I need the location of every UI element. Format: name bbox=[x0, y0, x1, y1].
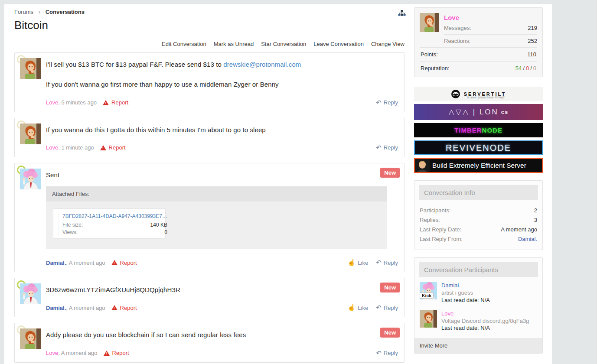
author-link[interactable]: Love bbox=[46, 350, 58, 356]
attached-files-block: Attached Files: 7BFD28 bbox=[46, 186, 387, 249]
like-link[interactable]: ☝Like bbox=[348, 304, 369, 312]
reply-link[interactable]: ↶Reply bbox=[376, 304, 398, 312]
message-card: New Sent Attached Files: bbox=[14, 163, 405, 272]
reply-link[interactable]: ↶Reply bbox=[376, 259, 398, 266]
last-reply-from-link[interactable]: Damial. bbox=[518, 236, 537, 242]
servertilt-logo-icon bbox=[451, 89, 460, 99]
report-link[interactable]: Report bbox=[104, 350, 129, 356]
message-card: I'll sell you $13 BTC for $13 paypal F&F… bbox=[14, 52, 405, 112]
avatar-damial[interactable] bbox=[20, 283, 41, 304]
timbernode-text-2: NODE bbox=[482, 127, 502, 134]
main-column: Forums › Conversations Bitcoin Edit Conv… bbox=[14, 8, 405, 364]
views-label: Views: bbox=[62, 229, 78, 235]
attachment-file-card[interactable]: 7BFD2827-1A11-4DAD-A947-A4303993E7… File… bbox=[53, 208, 166, 239]
avalon-suffix: cs bbox=[501, 109, 508, 115]
author-link[interactable]: Love bbox=[46, 144, 58, 151]
report-link[interactable]: Report bbox=[111, 305, 137, 311]
last-reply-from-label: Last Reply From: bbox=[420, 236, 463, 242]
edit-conversation-link[interactable]: Edit Conversation bbox=[162, 41, 206, 47]
breadcrumb-forums[interactable]: Forums bbox=[14, 9, 33, 15]
author-link[interactable]: Love bbox=[46, 99, 58, 106]
invite-more-link[interactable]: Invite More bbox=[414, 338, 542, 353]
participant-row: Kick Damial. artist i guess Last read da… bbox=[414, 278, 542, 306]
mark-as-unread-link[interactable]: Mark as Unread bbox=[214, 41, 254, 47]
kick-badge: Kick bbox=[420, 292, 434, 299]
reply-arrow-icon: ↶ bbox=[376, 349, 382, 357]
author-link[interactable]: Damial. bbox=[46, 260, 66, 266]
avatar-love[interactable] bbox=[20, 328, 41, 349]
message-card: New 3D6zw6wzmLYTZimAGfXUuHj8QDQpjqhH3R D… bbox=[14, 278, 405, 317]
message-card: New Addy please do you use blockchain if… bbox=[14, 323, 405, 362]
avatar-damial[interactable]: Kick bbox=[420, 282, 437, 299]
report-link[interactable]: Report bbox=[100, 144, 126, 151]
participant-name-link[interactable]: Damial. bbox=[441, 282, 490, 289]
star-conversation-link[interactable]: Star Conversation bbox=[261, 41, 306, 47]
sitemap-icon[interactable] bbox=[398, 10, 406, 17]
reactions-count: 252 bbox=[528, 38, 537, 44]
like-link[interactable]: ☝Like bbox=[348, 259, 369, 266]
message-text: Addy please do you use blockchain if so … bbox=[46, 331, 398, 339]
last-reply-date: A moment ago bbox=[501, 226, 537, 233]
reply-arrow-icon: ↶ bbox=[376, 304, 382, 312]
participants-count: 2 bbox=[534, 207, 537, 214]
timestamp: , A moment ago bbox=[66, 260, 105, 266]
report-warning-icon bbox=[103, 100, 109, 105]
banner-servertilt[interactable]: SERVERTILT Is your playerbase tilting? bbox=[414, 87, 543, 101]
replies-label: Replies: bbox=[420, 217, 440, 223]
attachment-thumbnail bbox=[56, 211, 59, 236]
timbernode-text-1: TIMBER bbox=[454, 127, 482, 134]
banner-avalon[interactable]: △▽△ | LON cs bbox=[414, 104, 543, 120]
revivenode-text: REVIVENODE bbox=[446, 143, 511, 153]
conversation-participants-title: Conversation Participants bbox=[419, 262, 538, 277]
servertilt-tagline: Is your playerbase tilting? bbox=[467, 96, 505, 99]
points-label: Points: bbox=[421, 51, 438, 58]
banner-revivenode[interactable]: REVIVENODE bbox=[414, 140, 543, 155]
user-info-card: Love Messages: 219 Reactions: 252 Points… bbox=[414, 7, 543, 77]
username-link[interactable]: Love bbox=[444, 14, 537, 21]
reply-link[interactable]: ↶Reply bbox=[376, 99, 398, 107]
messages-count: 219 bbox=[528, 25, 537, 31]
reply-link[interactable]: ↶Reply bbox=[376, 144, 398, 152]
message-card: If you wanna do this I gotta do this wit… bbox=[14, 118, 405, 157]
reply-arrow-icon: ↶ bbox=[376, 99, 382, 107]
reputation-label: Reputation: bbox=[421, 65, 450, 72]
avatar-love[interactable] bbox=[20, 58, 41, 79]
avatar-damial[interactable] bbox=[20, 169, 41, 189]
points-count: 110 bbox=[527, 51, 536, 58]
participant-name-link[interactable]: Love bbox=[441, 310, 529, 317]
timestamp: , 1 minute ago bbox=[58, 144, 94, 151]
breadcrumb: Forums › Conversations bbox=[14, 8, 405, 18]
participant-last-read: Last read date: N/A bbox=[441, 297, 490, 304]
attachment-filename-link[interactable]: 7BFD2827-1A11-4DAD-A947-A4303993E7… bbox=[62, 213, 167, 219]
avatar-love[interactable] bbox=[420, 310, 437, 328]
participants-label: Participants: bbox=[420, 207, 451, 214]
message-text: I'll sell you $13 BTC for $13 paypal F&F… bbox=[46, 60, 398, 69]
new-badge: New bbox=[380, 168, 400, 178]
views-value: 0 bbox=[164, 229, 167, 235]
conversation-actions: Edit Conversation Mark as Unread Star Co… bbox=[14, 41, 405, 47]
reply-link[interactable]: ↶Reply bbox=[376, 349, 398, 357]
spokesperson-photo bbox=[415, 159, 430, 172]
participant-subtitle: artist i guess bbox=[441, 289, 490, 296]
sidebar: Love Messages: 219 Reactions: 252 Points… bbox=[414, 7, 543, 354]
breadcrumb-conversations[interactable]: Conversations bbox=[46, 9, 85, 15]
change-view-link[interactable]: Change View bbox=[371, 41, 405, 47]
report-warning-icon bbox=[100, 145, 106, 150]
email-link[interactable]: drewskie@protonmail.com bbox=[223, 61, 301, 68]
timestamp: , A moment ago bbox=[58, 350, 97, 356]
report-warning-icon bbox=[111, 305, 117, 310]
participant-row: Love Voltage Discord discord.gg/8qFa3g L… bbox=[414, 306, 542, 335]
report-link[interactable]: Report bbox=[111, 260, 137, 266]
reputation-values: 54/0/0 bbox=[515, 65, 536, 72]
author-link[interactable]: Damial. bbox=[46, 305, 66, 311]
message-text: Sent bbox=[46, 171, 398, 179]
leave-conversation-link[interactable]: Leave Conversation bbox=[313, 41, 364, 47]
banner-build-server[interactable]: Build Extremely Efficient Server bbox=[414, 158, 543, 173]
report-warning-icon bbox=[104, 351, 110, 356]
file-size-label: File size: bbox=[62, 222, 83, 228]
report-link[interactable]: Report bbox=[103, 99, 128, 106]
avatar-love[interactable] bbox=[20, 124, 41, 144]
avatar-love[interactable] bbox=[420, 13, 439, 32]
banner-timbernode[interactable]: TIMBER NODE bbox=[414, 123, 543, 137]
last-reply-date-label: Last Reply Date: bbox=[420, 226, 461, 233]
